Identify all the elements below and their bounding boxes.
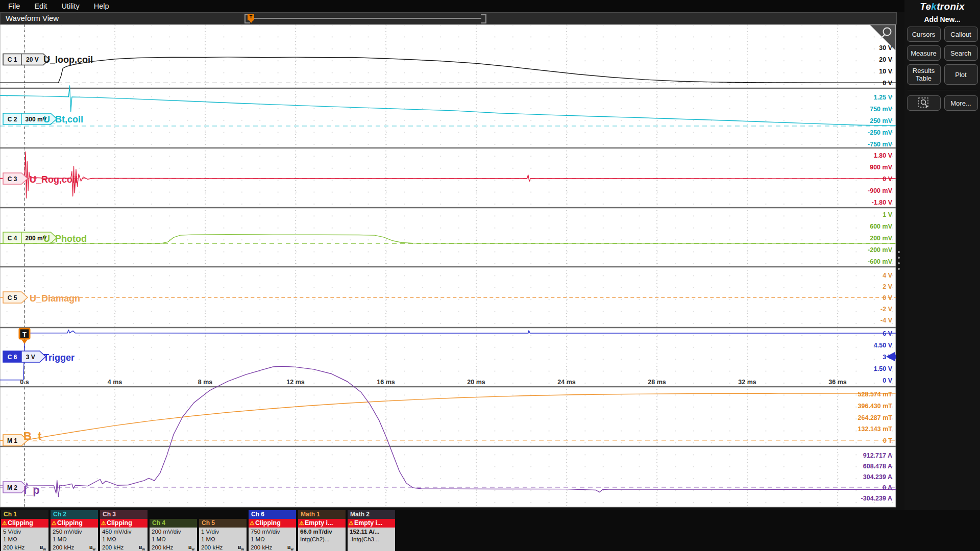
menu-item-file[interactable]: File [8,2,20,10]
badge-ch6[interactable]: Ch 6⚠Clipping750 mV/div1 MΩ200 kHzBw [249,510,296,551]
c6-tick-label: 1.50 V [874,365,893,372]
warning-icon: ⚠ [101,520,106,526]
badge-line: 1 MΩ [152,536,197,543]
badge-ch4[interactable]: Ch 4200 mV/div1 MΩ200 kHzBw [150,519,197,551]
overview-track[interactable] [250,18,481,19]
clipping-warning: ⚠Clipping [51,519,98,528]
m2-tick-label: -304.239 A [861,495,892,502]
badge-line: 1 MΩ [53,536,98,543]
overview-right-bracket-icon[interactable] [481,14,486,23]
badge-settings: 152.11 A/...-Intg(Ch3... [348,528,395,551]
c5-tick-label: 4 V [883,272,892,279]
badge-settings: 750 mV/div1 MΩ200 kHzBw [249,528,296,551]
c5-tick-label: 2 V [883,283,892,290]
badge-line: 200 kHzBw [3,544,48,551]
trigger-marker-letter: T [22,331,27,338]
badge-ch5[interactable]: Ch 51 V/div1 MΩ200 kHzBw [199,519,247,551]
badge-line: 1 MΩ [3,536,48,543]
badge-line: -Intg(Ch3... [350,536,395,543]
tektronix-logo: Tektronix [904,1,980,12]
time-tick-label: 24 ms [557,379,575,386]
c1-tick-label: 20 V [879,56,892,63]
plot-button[interactable]: Plot [944,64,978,85]
trigger-level-arrow-tail [894,355,896,359]
c3-tick-label: -1.80 V [872,199,893,206]
c4-tick-label: -200 mV [868,246,893,254]
overview-trigger-flag-icon[interactable]: T [248,14,254,20]
menu-item-edit[interactable]: Edit [34,2,47,10]
c1-badge-id: C 1 [8,56,17,63]
results-table-button[interactable]: Results Table [907,64,941,85]
waveform-view-title: Waveform View [6,14,59,22]
c6-badge-id: C 6 [8,354,17,361]
c3-tick-label: 0 V [883,176,892,183]
badge-line: 1 V/div [201,528,247,536]
badge-settings: 66.0 mT/divIntg(Ch2)... [298,528,346,551]
badge-line: 1 MΩ [251,536,296,543]
c6-channel-label: Trigger [43,353,75,363]
menu-item-utility[interactable]: Utility [61,2,79,10]
horizontal-overview-bar[interactable]: T [244,14,486,22]
c4-tick-label: 200 mV [870,235,892,242]
c3-badge-id: C 3 [8,176,17,183]
bandwidth-limit-indicator: Bw [89,544,95,551]
clipping-warning: ⚠Empty i... [298,519,346,528]
badge-settings: 1 V/div1 MΩ200 kHzBw [199,528,247,551]
c4-tick-label: -600 mV [868,258,893,265]
badge-math2[interactable]: Math 2⚠Empty i...152.11 A/...-Intg(Ch3..… [348,510,395,551]
warning-icon: ⚠ [349,520,354,526]
c4-badge-id: C 4 [8,235,17,242]
c2-tick-label: -250 mV [868,129,893,136]
zoom-select-button[interactable] [907,95,941,111]
badge-math1[interactable]: Math 1⚠Empty i...66.0 mT/divIntg(Ch2)... [298,510,346,551]
menu-bar: FileEditUtilityHelp [0,0,980,12]
bandwidth-limit-indicator: Bw [238,544,244,551]
warning-icon: ⚠ [250,520,255,526]
search-button[interactable]: Search [944,45,978,61]
badge-line: 66.0 mT/div [300,528,346,536]
time-tick-label: 36 ms [828,379,846,386]
menu-item-help[interactable]: Help [94,2,109,10]
m1-tick-label: 132.143 mT [858,425,893,433]
c1-badge-scale: 20 V [26,56,39,63]
c5-tick-label: -4 V [880,317,893,324]
badge-header: Math 2 [348,510,395,519]
badge-settings: 200 mV/div1 MΩ200 kHzBw [150,528,197,551]
badge-line: 5 V/div [3,528,48,536]
time-tick-label: 0 s [20,379,29,386]
c1-channel-label: U_loop,coil [43,55,93,65]
badge-ch2[interactable]: Ch 2⚠Clipping250 mV/div1 MΩ200 kHzBw [51,510,98,551]
measure-button[interactable]: Measure [907,45,941,61]
c5-tick-label: -2 V [880,306,893,313]
badge-line: 200 kHzBw [201,544,247,551]
callout-button[interactable]: Callout [944,27,978,42]
badge-line: 200 kHzBw [152,544,197,551]
bandwidth-limit-indicator: Bw [287,544,293,551]
pane-splitter-handle[interactable] [897,251,900,274]
cursors-button[interactable]: Cursors [907,27,941,42]
badge-ch1[interactable]: Ch 1⚠Clipping5 V/div1 MΩ200 kHzBw [1,510,48,551]
waveform-view-titlebar[interactable]: Waveform View T [0,12,897,24]
c1-tick-label: 10 V [879,68,892,75]
warning-icon: ⚠ [52,520,57,526]
c4-channel-label: U_Photod [43,234,87,244]
badge-header: Ch 3 [100,510,148,519]
more-button[interactable]: More... [944,95,978,111]
c2-channel-label: U_Bt,coil [43,114,83,124]
zoom-select-icon [918,97,930,109]
bandwidth-limit-indicator: Bw [188,544,194,551]
badge-header: Ch 4 [150,519,197,528]
clipping-warning: ⚠Empty i... [348,519,395,528]
m2-tick-label: 304.239 A [863,473,892,481]
bottom-settings-bar: Ch 1⚠Clipping5 V/div1 MΩ200 kHzBwCh 2⚠Cl… [0,510,980,551]
bandwidth-limit-indicator: Bw [139,544,145,551]
badge-ch3[interactable]: Ch 3⚠Clipping450 mV/div1 MΩ200 kHzBw [100,510,148,551]
c2-tick-label: 250 mV [870,117,892,124]
m2-channel-label: I_p [23,484,40,496]
time-tick-label: 16 ms [377,379,395,386]
add-new-heading: Add New... [904,15,980,23]
waveform-graticule[interactable]: 30 V20 V10 V0 VC 120 VU_loop,coil1.25 V7… [0,24,897,508]
c2-tick-label: 750 mV [870,106,892,113]
c3-tick-label: 900 mV [870,164,892,171]
sidebar-buttons: CursorsCalloutMeasureSearchResults Table… [904,27,980,85]
